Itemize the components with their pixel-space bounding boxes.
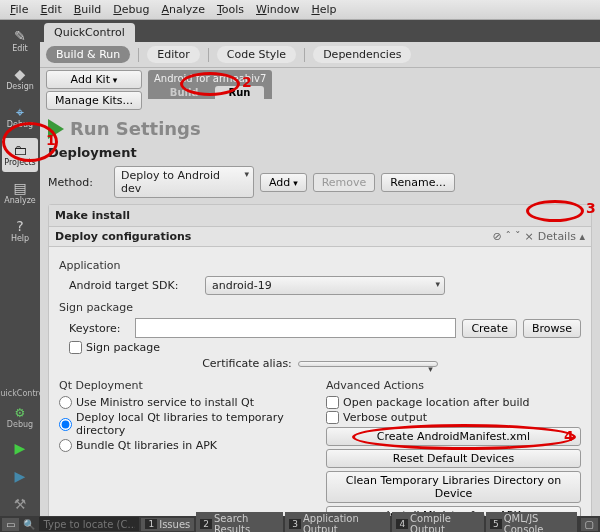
status-compile[interactable]: 4Compile Output xyxy=(392,512,484,532)
help-icon: ? xyxy=(16,219,23,233)
qt-deployment-group: Qt Deployment xyxy=(59,379,314,392)
menu-analyze[interactable]: Analyze xyxy=(156,1,211,18)
bug-icon: ⌖ xyxy=(16,105,24,119)
sidebar-label: Edit xyxy=(12,44,28,53)
deploy-config-header: Deploy configurations xyxy=(55,230,191,243)
chart-icon: ▤ xyxy=(13,181,26,195)
rename-deploy-button[interactable]: Rename... xyxy=(381,173,455,192)
sign-package-check[interactable]: Sign package xyxy=(69,341,581,354)
move-up-icon[interactable]: ˆ xyxy=(506,230,512,243)
sign-group: Sign package xyxy=(59,301,581,314)
cert-alias-label: Certificate alias: xyxy=(202,357,292,370)
disable-step-icon[interactable]: ⊘ xyxy=(492,230,501,243)
status-search[interactable]: 2Search Results xyxy=(196,512,283,532)
play-icon xyxy=(48,119,64,139)
deployment-heading: Deployment xyxy=(48,145,592,160)
add-kit-button[interactable]: Add Kit xyxy=(46,70,142,89)
main-area: QuickControl Build & Run Editor Code Sty… xyxy=(40,20,600,516)
project-tabbar: QuickControl xyxy=(40,20,600,42)
open-location-check[interactable]: Open package location after build xyxy=(326,396,581,409)
move-down-icon[interactable]: ˇ xyxy=(515,230,521,243)
kit-build-tab[interactable]: Build xyxy=(156,86,213,99)
method-combo[interactable]: Deploy to Android dev xyxy=(114,166,254,198)
reset-devices-button[interactable]: Reset Default Devices xyxy=(326,449,581,468)
sidebar-item-debug[interactable]: ⌖ Debug xyxy=(2,100,38,134)
details-toggle[interactable]: Details ▴ xyxy=(538,230,585,243)
application-group: Application xyxy=(59,259,581,272)
qt-opt-ministro[interactable]: Use Ministro service to install Qt xyxy=(59,396,314,409)
left-sidebar: ✎ Edit ◆ Design ⌖ Debug 🗀 Projects ▤ Ana… xyxy=(0,20,40,516)
folder-icon: 🗀 xyxy=(13,143,27,157)
page-title: Run Settings xyxy=(70,118,201,139)
kit-row: Add Kit Manage Kits... Android for armea… xyxy=(40,68,600,110)
menu-debug[interactable]: Debug xyxy=(107,1,155,18)
run-button[interactable]: ▶ xyxy=(5,436,35,460)
target-sdk-combo[interactable]: android-19 xyxy=(205,276,445,295)
menu-file[interactable]: File xyxy=(4,1,34,18)
project-selector[interactable]: QuickControl xyxy=(0,389,46,398)
tab-quickcontrol[interactable]: QuickControl xyxy=(44,23,135,42)
remove-step-icon[interactable]: × xyxy=(525,230,534,243)
menu-build[interactable]: Build xyxy=(68,1,108,18)
advanced-actions-group: Advanced Actions xyxy=(326,379,581,392)
sidebar-label: Debug xyxy=(7,120,33,129)
mode-dependencies[interactable]: Dependencies xyxy=(313,46,411,63)
sidebar-label: Help xyxy=(11,234,29,243)
run-debug-button[interactable]: ▶ xyxy=(5,464,35,488)
create-keystore-button[interactable]: Create xyxy=(462,319,517,338)
sidebar-label: Projects xyxy=(4,158,36,167)
sidebar-label: Analyze xyxy=(4,196,36,205)
menu-window[interactable]: Window xyxy=(250,1,305,18)
kit-title: Android for armeabiv7 xyxy=(154,73,266,84)
clean-temp-button[interactable]: Clean Temporary Libraries Directory on D… xyxy=(326,471,581,503)
sidebar-item-projects[interactable]: 🗀 Projects xyxy=(2,138,38,172)
deploy-panel: Make install Deploy configurations ⊘ ˆ ˇ… xyxy=(48,204,592,516)
design-icon: ◆ xyxy=(15,67,26,81)
kit-run-tab[interactable]: Run xyxy=(215,86,265,99)
status-qmlconsole[interactable]: 5QML/JS Console xyxy=(486,512,577,532)
sidebar-item-edit[interactable]: ✎ Edit xyxy=(2,24,38,58)
search-icon: 🔍 xyxy=(21,519,37,530)
menu-help[interactable]: Help xyxy=(305,1,342,18)
status-close-button[interactable]: ▢ xyxy=(581,518,598,531)
keystore-label: Keystore: xyxy=(69,322,129,335)
play-bug-icon: ▶ xyxy=(15,468,26,484)
browse-keystore-button[interactable]: Browse xyxy=(523,319,581,338)
run-settings-content: Run Settings Deployment Method: Deploy t… xyxy=(40,110,600,516)
add-deploy-button[interactable]: Add xyxy=(260,173,307,192)
qt-opt-bundle[interactable]: Bundle Qt libraries in APK xyxy=(59,439,314,452)
menu-edit[interactable]: Edit xyxy=(34,1,67,18)
cert-alias-combo[interactable] xyxy=(298,361,438,367)
sidebar-label: Design xyxy=(6,82,34,91)
toggle-sidebar-button[interactable]: ▭ xyxy=(2,518,19,531)
status-appout[interactable]: 3Application Output xyxy=(285,512,390,532)
target-sdk-label: Android target SDK: xyxy=(69,279,199,292)
create-manifest-button[interactable]: Create AndroidManifest.xml xyxy=(326,427,581,446)
qt-opt-local[interactable]: Deploy local Qt libraries to temporary d… xyxy=(59,411,314,437)
status-bar: ▭ 🔍 1Issues 2Search Results 3Application… xyxy=(0,516,600,532)
play-icon: ▶ xyxy=(15,440,26,456)
menu-tools[interactable]: Tools xyxy=(211,1,250,18)
make-install-header: Make install xyxy=(49,205,591,227)
verbose-check[interactable]: Verbose output xyxy=(326,411,581,424)
sidebar-item-design[interactable]: ◆ Design xyxy=(2,62,38,96)
mode-build-run[interactable]: Build & Run xyxy=(46,46,130,63)
mode-editor[interactable]: Editor xyxy=(147,46,200,63)
debug-selector[interactable]: ⚙Debug xyxy=(5,402,35,432)
edit-icon: ✎ xyxy=(14,29,26,43)
menu-bar: File Edit Build Debug Analyze Tools Wind… xyxy=(0,0,600,20)
status-issues[interactable]: 1Issues xyxy=(141,518,194,531)
sidebar-item-analyze[interactable]: ▤ Analyze xyxy=(2,176,38,210)
method-label: Method: xyxy=(48,176,108,189)
build-button[interactable]: ⚒ xyxy=(5,492,35,516)
hammer-icon: ⚒ xyxy=(14,496,27,512)
kit-selector[interactable]: Android for armeabiv7 Build Run xyxy=(148,70,272,99)
keystore-input[interactable] xyxy=(135,318,456,338)
remove-deploy-button[interactable]: Remove xyxy=(313,173,376,192)
mode-tabs: Build & Run Editor Code Style Dependenci… xyxy=(40,42,600,68)
sidebar-item-help[interactable]: ? Help xyxy=(2,214,38,248)
manage-kits-button[interactable]: Manage Kits... xyxy=(46,91,142,110)
locator-input[interactable] xyxy=(39,517,139,531)
mode-codestyle[interactable]: Code Style xyxy=(217,46,296,63)
